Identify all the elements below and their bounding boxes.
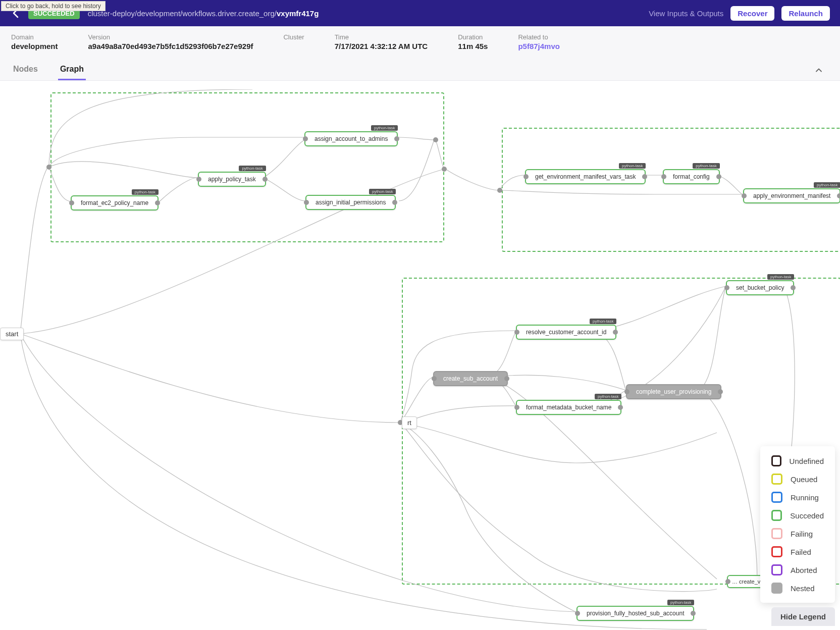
view-inputs-outputs-link[interactable]: View Inputs & Outputs: [649, 9, 723, 18]
task-type-tag: python-task: [619, 163, 646, 169]
meta-duration: Duration 11m 45s: [458, 33, 488, 50]
node-format-ec2-policy-name[interactable]: python-task format_ec2_policy_name: [71, 195, 159, 211]
tab-graph[interactable]: Graph: [58, 60, 86, 80]
task-type-tag: python-task: [371, 125, 398, 131]
node-create-sub-account[interactable]: create_sub_account: [433, 371, 508, 386]
recover-button[interactable]: Recover: [730, 6, 774, 21]
node-provision-fully-hosted-sub-account[interactable]: python-task provision_fully_hosted_sub_a…: [576, 606, 694, 621]
node-apply-environment-manifest[interactable]: python-task apply_environment_manifest: [743, 188, 840, 203]
breadcrumb[interactable]: cluster-deploy/development/workflows.dri…: [88, 9, 649, 18]
node-rt[interactable]: rt: [402, 416, 417, 429]
legend-panel: Undefined Queued Running Succeded Failin…: [760, 446, 835, 603]
breadcrumb-path: cluster-deploy/development/workflows.dri…: [88, 9, 277, 18]
legend-queued: Queued: [771, 474, 824, 485]
breadcrumb-run-id: vxymfr417g: [277, 9, 319, 18]
related-link[interactable]: p5f87j4mvo: [518, 42, 560, 50]
back-tooltip: Click to go back, hold to see history: [1, 1, 106, 11]
node-complete-user-provisioning[interactable]: complete_user_provisioning: [626, 384, 721, 399]
meta-related: Related to p5f87j4mvo: [518, 33, 560, 50]
node-format-metadata-bucket-name[interactable]: python-task format_metadata_bucket_name: [516, 400, 621, 415]
node-set-bucket-policy[interactable]: python-task set_bucket_policy: [726, 280, 794, 295]
node-get-environment-manifest-vars-task[interactable]: python-task get_environment_manifest_var…: [525, 169, 646, 184]
meta-time: Time 7/17/2021 4:32:12 AM UTC: [335, 33, 428, 50]
task-type-tag: python-task: [590, 319, 616, 324]
task-type-tag: python-task: [814, 182, 840, 188]
node-format-config[interactable]: python-task format_config: [663, 169, 720, 184]
meta-version: Version a9a49a8a70ed493e7b5fc1d5293f06b7…: [88, 33, 253, 50]
graph-canvas[interactable]: start rt python-task format_ec2_policy_n…: [0, 89, 840, 630]
hide-legend-button[interactable]: Hide Legend: [771, 607, 835, 626]
legend-aborted: Aborted: [771, 564, 824, 575]
node-apply-policy-task[interactable]: python-task apply_policy_task: [198, 172, 266, 187]
relaunch-button[interactable]: Relaunch: [781, 6, 830, 21]
meta-domain: Domain development: [11, 33, 58, 50]
header-bar: SUCCEEDED cluster-deploy/development/wor…: [0, 0, 840, 26]
task-type-tag: python-task: [667, 600, 694, 605]
node-assign-account-to-admins[interactable]: python-task assign_account_to_admins: [304, 131, 398, 146]
legend-succeded: Succeded: [771, 510, 824, 521]
node-start[interactable]: start: [0, 328, 24, 340]
task-type-tag: python-task: [369, 189, 396, 194]
task-type-tag: python-task: [132, 189, 159, 195]
legend-undefined: Undefined: [771, 455, 824, 466]
legend-failed: Failed: [771, 546, 824, 557]
tab-nodes[interactable]: Nodes: [11, 60, 40, 80]
chevron-up-icon[interactable]: [814, 65, 824, 75]
task-type-tag: python-task: [693, 163, 719, 169]
node-resolve-customer-account-id[interactable]: python-task resolve_customer_account_id: [516, 325, 616, 340]
header-actions: View Inputs & Outputs Recover Relaunch: [649, 6, 830, 21]
task-type-tag: python-task: [239, 166, 266, 171]
meta-cluster: Cluster: [283, 33, 304, 50]
node-assign-initial-permissions[interactable]: python-task assign_initial_permissions: [305, 195, 396, 210]
legend-running: Running: [771, 492, 824, 503]
task-type-tag: python-task: [595, 394, 621, 399]
legend-nested: Nested: [771, 583, 824, 594]
legend-failing: Failing: [771, 528, 824, 539]
tabs: Nodes Graph: [11, 60, 829, 80]
task-type-tag: python-task: [767, 274, 794, 280]
meta-bar: Domain development Version a9a49a8a70ed4…: [0, 26, 840, 81]
